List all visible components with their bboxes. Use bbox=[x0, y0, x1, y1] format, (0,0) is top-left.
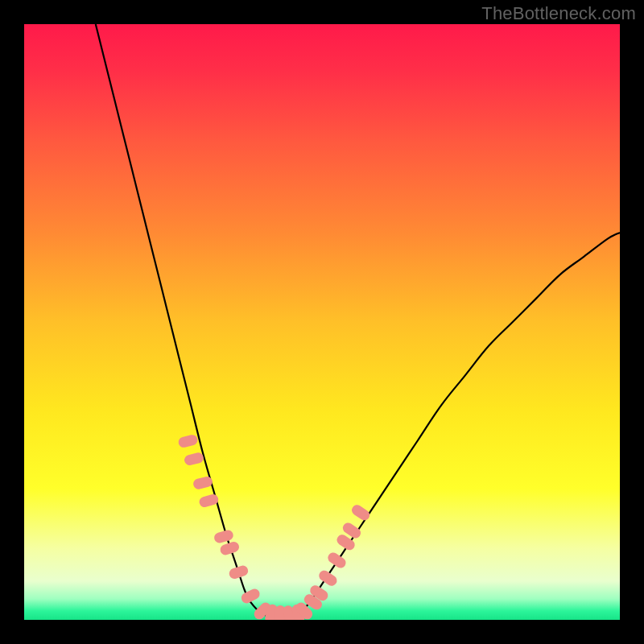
watermark-text: TheBottleneck.com bbox=[481, 3, 636, 24]
gradient-background bbox=[24, 24, 620, 620]
bottleneck-chart bbox=[24, 24, 620, 620]
chart-frame: TheBottleneck.com bbox=[0, 0, 644, 644]
plot-area bbox=[24, 24, 620, 620]
